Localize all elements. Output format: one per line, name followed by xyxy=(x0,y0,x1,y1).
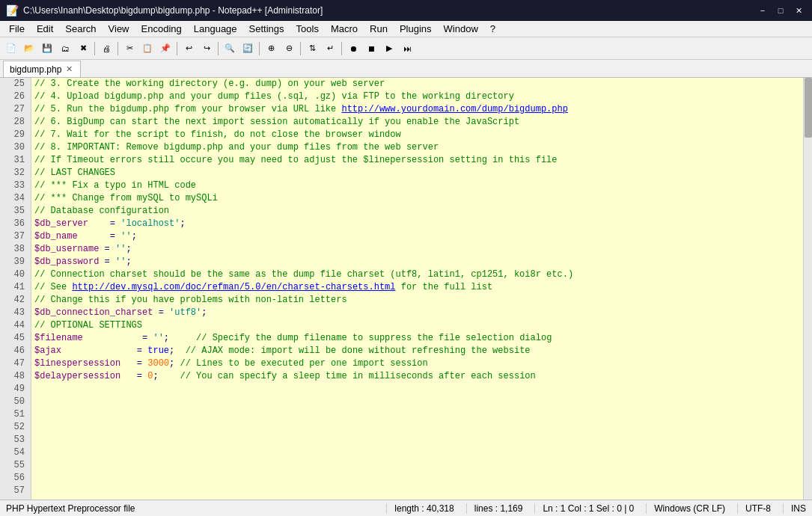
macro-record-button[interactable]: ⏺ xyxy=(345,40,361,57)
line-number: 41 xyxy=(6,281,25,294)
line-number: 35 xyxy=(6,205,25,218)
macro-run-many-button[interactable]: ⏭ xyxy=(399,40,415,57)
length-label: length : 40,318 xyxy=(386,503,454,514)
tab-label: bigdump.php xyxy=(10,64,61,75)
sync-scroll-button[interactable]: ⇅ xyxy=(304,40,320,57)
code-line[interactable]: $ajax = true; // AJAX mode: import will … xyxy=(34,345,800,357)
toolbar-sep-2 xyxy=(117,42,118,55)
line-number: 54 xyxy=(6,446,25,459)
toolbar-sep-1 xyxy=(94,42,95,55)
code-line[interactable]: $db_username = ''; xyxy=(34,243,800,256)
line-number: 49 xyxy=(6,383,25,396)
editor-wrapper: 2526272829303132333435363738394041424344… xyxy=(0,78,812,500)
window-title: C:\Users\Inanh\Desktop\bigdump\bigdump.p… xyxy=(23,5,323,16)
line-number: 48 xyxy=(6,370,25,383)
lines-label: lines : 1,169 xyxy=(466,503,523,514)
code-line[interactable]: // *** Fix a typo in HTML code xyxy=(34,179,800,192)
menu-plugins[interactable]: Plugins xyxy=(394,22,438,36)
code-line[interactable]: // Change this if you have problems with… xyxy=(34,294,800,307)
zoom-in-button[interactable]: ⊕ xyxy=(263,40,279,57)
line-number: 55 xyxy=(6,459,25,472)
code-line[interactable]: // 5. Run the bigdump.php from your brow… xyxy=(34,103,800,116)
line-number: 33 xyxy=(6,179,25,192)
menu-encoding[interactable]: Encoding xyxy=(135,22,188,36)
menu-file[interactable]: File xyxy=(3,22,31,36)
menu-window[interactable]: Window xyxy=(438,22,484,36)
toolbar-sep-4 xyxy=(218,42,219,55)
line-number: 25 xyxy=(6,78,25,90)
line-number: 36 xyxy=(6,218,25,230)
code-line[interactable]: $db_password = ''; xyxy=(34,256,800,268)
line-number: 44 xyxy=(6,319,25,332)
menu-settings[interactable]: Settings xyxy=(243,22,290,36)
line-number: 56 xyxy=(6,472,25,485)
toolbar-sep-5 xyxy=(259,42,260,55)
word-wrap-button[interactable]: ↵ xyxy=(322,40,338,57)
code-line[interactable]: // 4. Upload bigdump.php and your dump f… xyxy=(34,90,800,103)
close-button[interactable]: ✖ xyxy=(75,40,91,57)
line-number: 32 xyxy=(6,167,25,179)
minimize-button[interactable]: − xyxy=(755,4,770,17)
menu-language[interactable]: Language xyxy=(188,22,243,36)
code-line[interactable]: $filename = ''; // Specify the dump file… xyxy=(34,332,800,345)
tab-bigdump[interactable]: bigdump.php ✕ xyxy=(3,61,81,77)
code-line[interactable]: // 3. Create the working directory (e.g.… xyxy=(34,78,800,90)
status-bar: PHP Hypertext Preprocessor file length :… xyxy=(0,500,812,516)
code-line[interactable]: // If Timeout errors still occure you ma… xyxy=(34,154,800,167)
line-number: 51 xyxy=(6,408,25,421)
menu-macro[interactable]: Macro xyxy=(325,22,364,36)
menu-view[interactable]: View xyxy=(103,22,135,36)
scrollbar-track[interactable] xyxy=(803,78,812,500)
zoom-out-button[interactable]: ⊖ xyxy=(281,40,297,57)
menu-tools[interactable]: Tools xyxy=(290,22,325,36)
macro-play-button[interactable]: ▶ xyxy=(381,40,397,57)
menu-bar: File Edit Search View Encoding Language … xyxy=(0,21,812,37)
code-line[interactable]: // 8. IMPORTANT: Remove bigdump.php and … xyxy=(34,141,800,154)
save-button[interactable]: 💾 xyxy=(39,40,55,57)
undo-button[interactable]: ↩ xyxy=(180,40,197,57)
print-button[interactable]: 🖨 xyxy=(98,40,115,57)
code-line[interactable]: // Database configuration xyxy=(34,205,800,218)
toolbar-sep-6 xyxy=(300,42,301,55)
replace-button[interactable]: 🔄 xyxy=(239,40,256,57)
close-button[interactable]: ✕ xyxy=(791,4,806,17)
line-number: 27 xyxy=(6,103,25,116)
code-line[interactable]: // See http://dev.mysql.com/doc/refman/5… xyxy=(34,281,800,294)
code-line[interactable]: // 7. Wait for the script to finish, do … xyxy=(34,129,800,141)
line-number: 46 xyxy=(6,345,25,357)
encoding-label: UTF-8 xyxy=(737,503,771,514)
code-line[interactable]: // LAST CHANGES xyxy=(34,167,800,179)
redo-button[interactable]: ↪ xyxy=(198,40,215,57)
code-line[interactable]: $db_server = 'localhost'; xyxy=(34,218,800,230)
line-number: 40 xyxy=(6,268,25,281)
code-line[interactable]: // *** Change from mySQL to mySQLi xyxy=(34,192,800,205)
menu-help[interactable]: ? xyxy=(484,22,501,36)
open-button[interactable]: 📂 xyxy=(21,40,37,57)
app-icon: 📝 xyxy=(6,4,19,16)
save-all-button[interactable]: 🗂 xyxy=(57,40,73,57)
code-line[interactable]: $linespersession = 3000; // Lines to be … xyxy=(34,357,800,370)
new-button[interactable]: 📄 xyxy=(3,40,19,57)
paste-button[interactable]: 📌 xyxy=(157,40,174,57)
cut-button[interactable]: ✂ xyxy=(121,40,138,57)
find-button[interactable]: 🔍 xyxy=(222,40,238,57)
menu-search[interactable]: Search xyxy=(59,22,102,36)
scrollbar-thumb[interactable] xyxy=(805,78,812,138)
code-editor[interactable]: // 3. Create the working directory (e.g.… xyxy=(31,78,803,500)
code-line[interactable]: $delaypersession = 0; // You can specify… xyxy=(34,370,800,383)
line-number: 43 xyxy=(6,307,25,319)
macro-stop-button[interactable]: ⏹ xyxy=(363,40,379,57)
code-line[interactable]: // 6. BigDump can start the next import … xyxy=(34,116,800,129)
menu-edit[interactable]: Edit xyxy=(31,22,59,36)
line-number: 28 xyxy=(6,116,25,129)
code-line[interactable]: $db_name = ''; xyxy=(34,230,800,243)
code-line[interactable]: $db_connection_charset = 'utf8'; xyxy=(34,307,800,319)
tab-close-button[interactable]: ✕ xyxy=(66,64,73,74)
maximize-button[interactable]: □ xyxy=(773,4,788,17)
code-line[interactable]: // OPTIONAL SETTINGS xyxy=(34,319,800,332)
code-line[interactable]: // Connection charset should be the same… xyxy=(34,268,800,281)
copy-button[interactable]: 📋 xyxy=(139,40,156,57)
menu-run[interactable]: Run xyxy=(364,22,394,36)
line-number: 47 xyxy=(6,357,25,370)
file-type-label: PHP Hypertext Preprocessor file xyxy=(6,503,135,514)
